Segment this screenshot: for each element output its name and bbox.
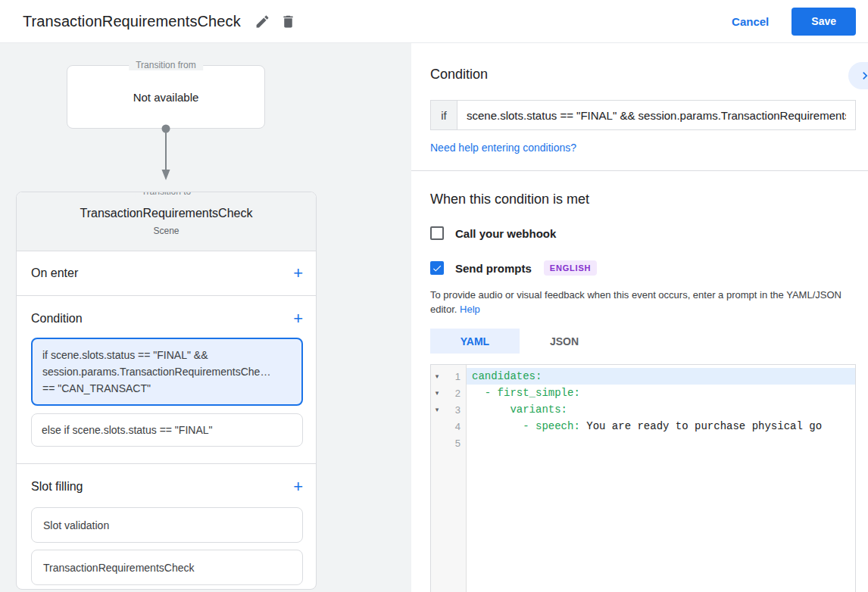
collapse-panel-button[interactable] bbox=[848, 62, 868, 89]
send-prompts-row: Send prompts ENGLISH bbox=[430, 260, 856, 276]
transition-from-value: Not available bbox=[133, 91, 199, 104]
trash-icon bbox=[280, 14, 296, 30]
add-condition-button[interactable]: + bbox=[293, 310, 303, 327]
condition-card-selected[interactable]: if scene.slots.status == "FINAL" && sess… bbox=[31, 338, 303, 406]
condition-card-else[interactable]: else if scene.slots.status == "FINAL" bbox=[31, 413, 303, 447]
add-on-enter-button[interactable]: + bbox=[293, 265, 303, 282]
gutter-row: ▾ 2 bbox=[431, 385, 466, 401]
yaml-key: variants: bbox=[472, 403, 567, 416]
slot-filling-label: Slot filling bbox=[31, 480, 83, 494]
condition-label: Condition bbox=[31, 312, 83, 326]
condition-line: if scene.slots.status == "FINAL" && bbox=[42, 347, 292, 363]
condition-section: Condition + if scene.slots.status == "FI… bbox=[17, 296, 316, 464]
panel-heading-when-met: When this condition is met bbox=[430, 192, 856, 207]
code-line: - speech: You are ready to purchase phys… bbox=[467, 418, 855, 435]
scene-card-header: TransactionRequirementsCheck Scene bbox=[17, 192, 316, 251]
helper-text: To provide audio or visual feedback when… bbox=[430, 289, 841, 315]
tab-yaml[interactable]: YAML bbox=[430, 329, 520, 354]
checkmark-icon bbox=[432, 263, 442, 274]
save-button[interactable]: Save bbox=[792, 8, 856, 36]
condition-else-text: else if scene.slots.status == "FINAL" bbox=[42, 424, 212, 436]
tab-json[interactable]: JSON bbox=[520, 329, 609, 354]
if-prefix: if bbox=[430, 100, 457, 130]
on-enter-section: On enter + bbox=[17, 251, 316, 296]
transition-from-label: Transition from bbox=[129, 60, 203, 70]
editor-gutter: ▾ 1 ▾ 2 ▾ 3 4 5 bbox=[431, 365, 467, 592]
condition-editor-panel: Condition if Need help entering conditio… bbox=[411, 43, 868, 592]
webhook-label[interactable]: Call your webhook bbox=[455, 227, 556, 240]
transition-connector-arrow bbox=[159, 123, 173, 182]
scene-graph-canvas: Transition from Not available Transition… bbox=[0, 43, 411, 592]
send-prompts-checkbox[interactable] bbox=[430, 261, 444, 275]
condition-section-header: Condition + bbox=[31, 305, 303, 332]
scene-type: Scene bbox=[153, 226, 179, 236]
line-number: 4 bbox=[443, 421, 466, 432]
slot-filling-header: Slot filling + bbox=[31, 473, 303, 500]
panel-heading-condition: Condition bbox=[430, 67, 856, 83]
condition-line: session.params.TransactionRequirementsCh… bbox=[42, 363, 292, 380]
code-line: candidates: bbox=[467, 368, 855, 385]
gutter-row: ▾ 1 bbox=[431, 368, 466, 385]
yaml-key: - speech: bbox=[472, 420, 580, 432]
top-bar: TransactionRequirementsCheck Cancel Save bbox=[0, 0, 868, 43]
yaml-key: candidates: bbox=[472, 370, 542, 382]
yaml-value: You are ready to purchase physical go bbox=[580, 420, 822, 432]
slot-card-text: TransactionRequirementsCheck bbox=[43, 562, 194, 574]
code-line bbox=[467, 435, 855, 451]
scene-name: TransactionRequirementsCheck bbox=[80, 207, 253, 220]
editor-code-area[interactable]: candidates: - first_simple: variants: - … bbox=[467, 365, 855, 592]
condition-help-link[interactable]: Need help entering conditions? bbox=[430, 142, 576, 154]
line-number: 1 bbox=[443, 371, 466, 382]
edit-scene-button[interactable] bbox=[250, 8, 276, 34]
transition-to-card: Transition to TransactionRequirementsChe… bbox=[16, 192, 317, 590]
help-link[interactable]: Help bbox=[460, 304, 480, 315]
code-line: - first_simple: bbox=[467, 385, 855, 401]
divider bbox=[411, 170, 868, 171]
transition-from-box: Transition from Not available bbox=[67, 65, 265, 129]
delete-scene-button[interactable] bbox=[276, 8, 301, 34]
send-prompts-label[interactable]: Send prompts bbox=[455, 262, 532, 275]
slot-card-transaction[interactable]: TransactionRequirementsCheck bbox=[31, 550, 303, 585]
editor-tabs: YAML JSON bbox=[430, 329, 856, 354]
add-slot-button[interactable]: + bbox=[293, 478, 303, 495]
slot-card-text: Slot validation bbox=[43, 519, 109, 531]
page-title: TransactionRequirementsCheck bbox=[23, 13, 241, 30]
webhook-row: Call your webhook bbox=[430, 226, 856, 240]
transition-to-label: Transition to bbox=[135, 192, 198, 197]
condition-line: == "CAN_TRANSACT" bbox=[42, 380, 292, 397]
gutter-row: 4 bbox=[431, 418, 466, 435]
line-number: 5 bbox=[443, 438, 466, 449]
fold-arrow-icon[interactable]: ▾ bbox=[431, 372, 443, 380]
webhook-checkbox[interactable] bbox=[430, 226, 444, 240]
cancel-button[interactable]: Cancel bbox=[732, 15, 769, 28]
yaml-key: - first_simple: bbox=[472, 387, 580, 399]
chevron-right-icon bbox=[857, 68, 868, 83]
slot-filling-section: Slot filling + Slot validation Transacti… bbox=[17, 464, 316, 585]
slot-card-validation[interactable]: Slot validation bbox=[31, 507, 303, 543]
language-badge: ENGLISH bbox=[544, 260, 598, 276]
code-line: variants: bbox=[467, 401, 855, 418]
gutter-row: 5 bbox=[431, 435, 466, 451]
condition-expression-input[interactable] bbox=[457, 100, 856, 130]
line-number: 3 bbox=[443, 404, 466, 416]
fold-arrow-icon[interactable]: ▾ bbox=[431, 406, 443, 413]
pencil-icon bbox=[254, 14, 270, 30]
gutter-row: ▾ 3 bbox=[431, 401, 466, 418]
fold-arrow-icon[interactable]: ▾ bbox=[431, 389, 443, 397]
prompts-helper-text: To provide audio or visual feedback when… bbox=[430, 288, 843, 316]
line-number: 2 bbox=[443, 388, 466, 399]
condition-input-row: if bbox=[430, 100, 856, 130]
on-enter-label: On enter bbox=[31, 266, 78, 280]
yaml-code-editor: ▾ 1 ▾ 2 ▾ 3 4 5 bbox=[430, 364, 856, 592]
main-content: Transition from Not available Transition… bbox=[0, 43, 868, 592]
